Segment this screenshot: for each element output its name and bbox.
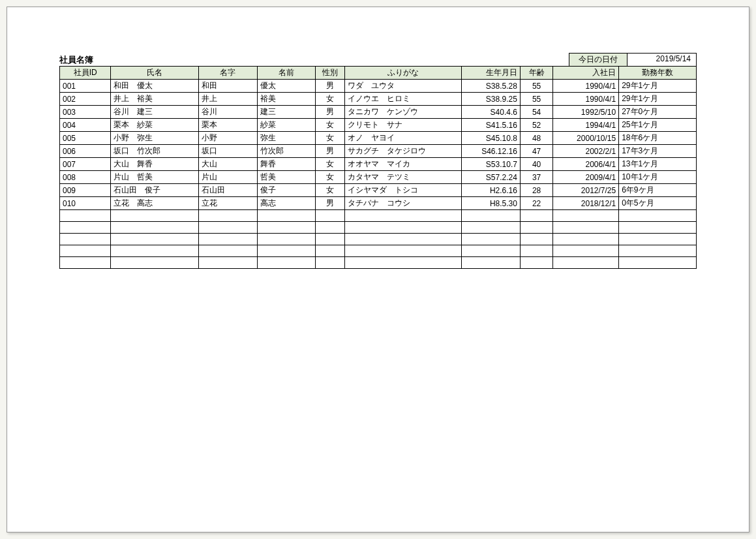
header-hire: 入社日 xyxy=(553,67,619,80)
table-row: 010立花 高志立花高志男タチバナ コウシH8.5.30222018/12/10… xyxy=(60,197,697,210)
cell-hire: 1994/4/1 xyxy=(553,119,619,132)
cell-surname: 井上 xyxy=(198,93,257,106)
cell-empty xyxy=(619,210,697,222)
cell-surname: 坂口 xyxy=(198,145,257,158)
cell-empty xyxy=(520,210,552,222)
cell-empty xyxy=(198,210,257,222)
cell-name: 立花 高志 xyxy=(111,197,198,210)
table-header-row: 社員ID 氏名 名字 名前 性別 ふりがな 生年月日 年齢 入社日 勤務年数 xyxy=(60,67,697,80)
table-row: 002井上 裕美井上裕美女イノウエ ヒロミS38.9.25551990/4/12… xyxy=(60,93,697,106)
cell-empty xyxy=(60,257,111,269)
cell-furigana: サカグチ タケジロウ xyxy=(344,145,461,158)
cell-gender: 男 xyxy=(316,145,345,158)
cell-empty xyxy=(316,222,345,234)
header-surname: 名字 xyxy=(198,67,257,80)
cell-surname: 和田 xyxy=(198,80,257,93)
cell-age: 22 xyxy=(520,197,552,210)
cell-surname: 大山 xyxy=(198,158,257,171)
cell-hire: 2009/4/1 xyxy=(553,171,619,184)
cell-empty xyxy=(553,245,619,257)
cell-gender: 男 xyxy=(316,197,345,210)
cell-furigana: タチバナ コウシ xyxy=(344,197,461,210)
cell-furigana: クリモト サナ xyxy=(344,119,461,132)
table-row: 003谷川 建三谷川建三男タニカワ ケンゾウS40.4.6541992/5/10… xyxy=(60,106,697,119)
cell-tenure: 27年0ケ月 xyxy=(619,106,697,119)
cell-given: 裕美 xyxy=(257,93,316,106)
cell-empty xyxy=(60,245,111,257)
cell-empty xyxy=(316,245,345,257)
cell-tenure: 29年1ケ月 xyxy=(619,93,697,106)
cell-empty xyxy=(111,210,198,222)
cell-empty xyxy=(462,222,521,234)
cell-age: 52 xyxy=(520,119,552,132)
cell-dob: S38.9.25 xyxy=(462,93,521,106)
cell-furigana: カタヤマ テツミ xyxy=(344,171,461,184)
cell-furigana: イシヤマダ トシコ xyxy=(344,184,461,197)
cell-surname: 片山 xyxy=(198,171,257,184)
cell-empty xyxy=(111,234,198,245)
cell-id: 006 xyxy=(60,145,111,158)
cell-furigana: オオヤマ マイカ xyxy=(344,158,461,171)
cell-given: 紗菜 xyxy=(257,119,316,132)
cell-empty xyxy=(198,257,257,269)
cell-empty xyxy=(111,257,198,269)
cell-gender: 女 xyxy=(316,184,345,197)
cell-empty xyxy=(520,257,552,269)
cell-tenure: 29年1ケ月 xyxy=(619,80,697,93)
table-row: 005小野 弥生小野弥生女オノ ヤヨイS45.10.8482000/10/151… xyxy=(60,132,697,145)
cell-furigana: ワダ ユウタ xyxy=(344,80,461,93)
cell-empty xyxy=(344,210,461,222)
table-row: 008片山 哲美片山哲美女カタヤマ テツミS57.2.24372009/4/11… xyxy=(60,171,697,184)
cell-gender: 女 xyxy=(316,119,345,132)
cell-empty xyxy=(316,234,345,245)
cell-empty xyxy=(198,234,257,245)
cell-empty xyxy=(60,222,111,234)
cell-given: 建三 xyxy=(257,106,316,119)
cell-surname: 立花 xyxy=(198,197,257,210)
cell-empty xyxy=(462,234,521,245)
cell-furigana: オノ ヤヨイ xyxy=(344,132,461,145)
cell-hire: 1990/4/1 xyxy=(553,80,619,93)
cell-furigana: イノウエ ヒロミ xyxy=(344,93,461,106)
table-row: 001和田 優太和田優太男ワダ ユウタS38.5.28551990/4/129年… xyxy=(60,80,697,93)
document-page: 社員名簿 今日の日付 2019/5/14 社員ID 氏名 名字 名前 性別 ふり… xyxy=(7,7,749,532)
cell-empty xyxy=(111,245,198,257)
cell-furigana: タニカワ ケンゾウ xyxy=(344,106,461,119)
table-row-empty xyxy=(60,234,697,245)
cell-tenure: 6年9ケ月 xyxy=(619,184,697,197)
cell-name: 大山 舞香 xyxy=(111,158,198,171)
header-dob: 生年月日 xyxy=(462,67,521,80)
table-row-empty xyxy=(60,222,697,234)
cell-id: 007 xyxy=(60,158,111,171)
cell-empty xyxy=(462,210,521,222)
cell-empty xyxy=(520,245,552,257)
header-row: 社員名簿 今日の日付 2019/5/14 xyxy=(59,53,697,66)
cell-name: 井上 裕美 xyxy=(111,93,198,106)
header-name: 氏名 xyxy=(111,67,198,80)
cell-name: 石山田 俊子 xyxy=(111,184,198,197)
cell-empty xyxy=(462,245,521,257)
cell-empty xyxy=(316,210,345,222)
cell-tenure: 10年1ケ月 xyxy=(619,171,697,184)
table-row-empty xyxy=(60,257,697,269)
cell-given: 舞香 xyxy=(257,158,316,171)
cell-given: 俊子 xyxy=(257,184,316,197)
cell-id: 005 xyxy=(60,132,111,145)
cell-empty xyxy=(553,257,619,269)
cell-surname: 石山田 xyxy=(198,184,257,197)
header-tenure: 勤務年数 xyxy=(619,67,697,80)
cell-gender: 男 xyxy=(316,106,345,119)
cell-hire: 2012/7/25 xyxy=(553,184,619,197)
cell-empty xyxy=(553,222,619,234)
header-given: 名前 xyxy=(257,67,316,80)
cell-age: 55 xyxy=(520,80,552,93)
cell-dob: S45.10.8 xyxy=(462,132,521,145)
cell-dob: S57.2.24 xyxy=(462,171,521,184)
cell-empty xyxy=(553,210,619,222)
cell-age: 54 xyxy=(520,106,552,119)
table-row-empty xyxy=(60,210,697,222)
cell-given: 優太 xyxy=(257,80,316,93)
cell-age: 37 xyxy=(520,171,552,184)
cell-empty xyxy=(257,210,316,222)
cell-hire: 1990/4/1 xyxy=(553,93,619,106)
